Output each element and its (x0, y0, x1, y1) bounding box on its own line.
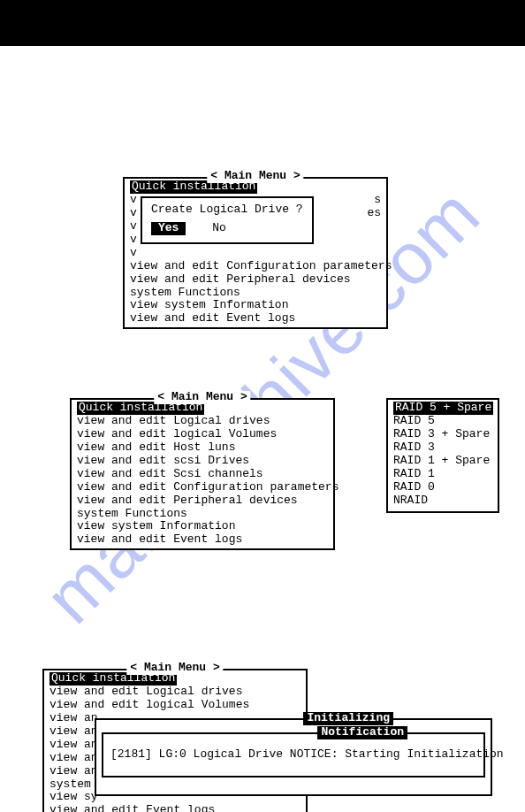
menu-item[interactable]: view and edit Logical drives (77, 415, 328, 428)
menu-item[interactable]: view and edit Event logs (130, 312, 381, 326)
main-menu-panel-2: < Main Menu > Quick installation view an… (70, 398, 335, 550)
raid-option[interactable]: NRAID (393, 494, 492, 508)
menu-item[interactable]: system Functions (77, 508, 328, 521)
dialog-no-button[interactable]: No (212, 222, 226, 235)
menu-item[interactable]: view and edit Configuration parameters (130, 260, 381, 273)
main-menu-title-2: < Main Menu > (154, 391, 250, 404)
menu-item[interactable]: view and edit logical Volumes (77, 428, 328, 441)
stub-v: v (130, 193, 137, 206)
main-menu-title-1: < Main Menu > (207, 170, 303, 183)
menu-item[interactable]: view and edit Peripheral devices (77, 494, 328, 508)
raid-option[interactable]: RAID 0 (393, 481, 492, 494)
stub-v: v (130, 246, 137, 259)
menu-item[interactable]: view system Information (130, 299, 381, 312)
top-black-bar (0, 0, 525, 46)
stub-v: v (130, 206, 137, 219)
menu-item[interactable]: view and edit Scsi channels (77, 468, 328, 481)
menu-item[interactable]: view and edit scsi Drives (77, 455, 328, 468)
menu-item[interactable]: view and edit logical Volumes (49, 699, 301, 712)
stub-es: es (367, 207, 381, 220)
dialog-yes-button[interactable]: Yes (151, 222, 186, 235)
menu-item[interactable]: view and edit Peripheral devices (130, 273, 381, 287)
menu-item[interactable]: view and edit Logical drives (49, 686, 301, 699)
raid-option-selected[interactable]: RAID 5 + Spare (393, 402, 493, 415)
stub-v: v (130, 233, 137, 246)
notification-tag: Notification (317, 726, 407, 739)
initializing-tag: Initializing (303, 712, 393, 725)
raid-option[interactable]: RAID 1 (393, 468, 492, 481)
menu-item[interactable]: view and edit Configuration parameters (77, 481, 328, 494)
main-menu-title-3: < Main Menu > (126, 662, 223, 675)
raid-option[interactable]: RAID 3 + Spare (393, 428, 492, 441)
menu-item[interactable]: view and edit Event logs (77, 533, 328, 547)
raid-option[interactable]: RAID 5 (393, 415, 492, 428)
dialog-question: Create Logical Drive ? (151, 203, 303, 217)
create-logical-drive-dialog: Create Logical Drive ? Yes No (141, 196, 314, 244)
menu-item[interactable]: view and edit Event logs (49, 804, 301, 812)
menu-item[interactable]: view system Information (77, 520, 328, 533)
notification-message: [2181] LG:0 Logical Drive NOTICE: Starti… (110, 748, 476, 762)
menu-item[interactable]: view and edit Host luns (77, 441, 328, 455)
stub-v: v (130, 219, 137, 233)
raid-option[interactable]: RAID 1 + Spare (393, 455, 492, 468)
stub-s: s (374, 194, 381, 207)
notification-frame: Notification [2181] LG:0 Logical Drive N… (102, 732, 485, 778)
raid-level-panel: RAID 5 + Spare RAID 5 RAID 3 + Spare RAI… (386, 398, 499, 513)
raid-option[interactable]: RAID 3 (393, 441, 492, 455)
menu-item[interactable]: system Functions (130, 287, 381, 300)
